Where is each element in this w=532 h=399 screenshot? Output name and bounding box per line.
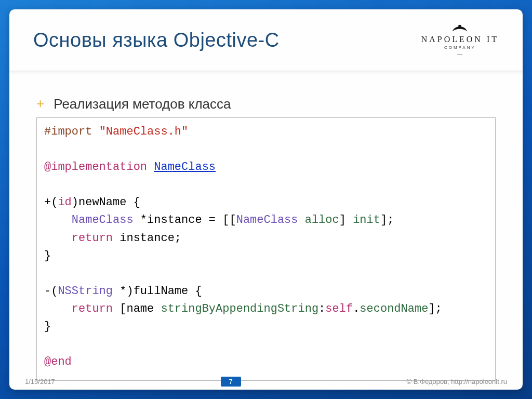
slide-title: Основы языка Objective-C — [33, 29, 280, 51]
code-block: #import "NameClass.h" @implementation Na… — [36, 117, 496, 381]
code-token: [name — [113, 302, 161, 315]
napoleon-hat-icon — [451, 23, 468, 34]
slide-card: Основы языка Objective-C NAPOLEON IT COM… — [9, 9, 523, 390]
slide-body: + Реализация методов класса #import "Nam… — [9, 71, 523, 381]
header: Основы языка Objective-C NAPOLEON IT COM… — [9, 9, 523, 71]
code-token: init — [353, 214, 380, 227]
code-token: NameClass — [236, 214, 298, 227]
code-token — [298, 214, 305, 227]
code-token: *)fullName { — [113, 285, 202, 298]
code-token: } — [44, 320, 51, 333]
bullet-plus-icon: + — [36, 97, 44, 110]
code-token: alloc — [305, 214, 339, 227]
code-token: } — [44, 249, 51, 262]
code-token: NameClass — [154, 161, 216, 174]
logo-text-main: NAPOLEON IT — [421, 35, 499, 44]
code-token: @end — [44, 355, 72, 368]
code-token: : — [318, 302, 325, 315]
code-token: @implementation — [44, 161, 147, 174]
logo-dash: — — [421, 51, 499, 57]
footer-copyright: © В.Федоров, http://napoleonit.ru — [407, 378, 523, 385]
code-token: *instance = [[ — [134, 214, 236, 227]
code-token: self — [325, 302, 353, 315]
company-logo: NAPOLEON IT COMPANY — — [421, 23, 499, 57]
svg-point-0 — [459, 24, 462, 27]
subtitle: Реализация методов класса — [54, 96, 231, 112]
code-token: secondName — [360, 302, 428, 315]
code-token: instance; — [113, 232, 181, 245]
code-token: . — [353, 302, 360, 315]
code-token: ] — [339, 214, 353, 227]
page-number-badge: 7 — [221, 377, 241, 387]
code-token: ]; — [428, 302, 442, 315]
code-token: return — [72, 232, 113, 245]
logo-text-sub: COMPANY — [421, 45, 499, 50]
code-token: NameClass — [72, 214, 134, 227]
code-token: NSString — [58, 285, 113, 298]
code-token: +( — [44, 196, 58, 209]
code-token: "NameClass.h" — [99, 125, 189, 138]
footer-date: 1/15/2017 — [9, 378, 55, 385]
footer-center: 7 — [55, 377, 407, 387]
subtitle-row: + Реализация методов класса — [36, 96, 496, 112]
footer: 1/15/2017 7 © В.Федоров, http://napoleon… — [9, 373, 523, 390]
code-token: id — [58, 196, 71, 209]
code-token — [44, 214, 72, 227]
slide-frame: Основы языка Objective-C NAPOLEON IT COM… — [0, 0, 532, 399]
code-token: return — [72, 302, 113, 315]
code-token: stringByAppendingString — [161, 302, 318, 315]
code-token: ]; — [380, 214, 394, 227]
code-token: #import — [44, 125, 92, 138]
code-token: )newName { — [72, 196, 140, 209]
code-token: -( — [44, 285, 58, 298]
